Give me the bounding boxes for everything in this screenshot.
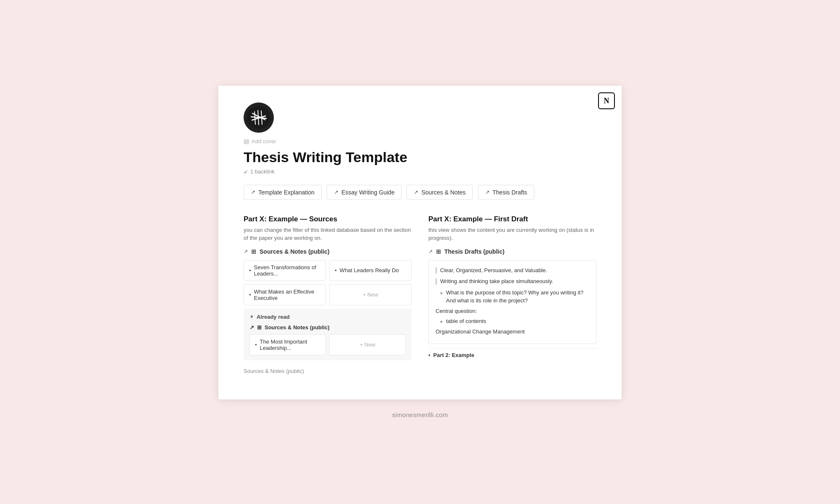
- draft-tree-text-1: table of contents: [446, 317, 486, 326]
- db-table-icon: ⊞: [251, 248, 256, 255]
- drafts-table-icon: ⊞: [436, 248, 441, 255]
- add-cover-label: Add cover: [252, 138, 276, 144]
- draft-tree-arrow-0: ▸: [441, 289, 443, 297]
- draft-box: Clear, Organized, Persuasive, and Valuab…: [428, 260, 596, 344]
- already-read-cards: ▪ The Most Important Leadership... + New: [249, 334, 406, 355]
- nav-link-label-1: Essay Writing Guide: [341, 189, 395, 196]
- doc-icon-0: ▪: [249, 267, 251, 273]
- part2-label: Part 2: Example: [433, 352, 475, 358]
- right-section-desc: this view shows the content you are curr…: [428, 226, 596, 242]
- part2-db-header[interactable]: ▪ Part 2: Example: [428, 348, 596, 358]
- nav-link-label-3: Thesis Drafts: [493, 189, 527, 196]
- already-read-header[interactable]: ▼ Already read: [249, 314, 406, 320]
- backlink-count: 1 backlink: [250, 168, 275, 175]
- drafts-arrow-icon: ↗: [428, 249, 433, 255]
- draft-tree-arrow-1: ▸: [441, 318, 443, 325]
- drafts-db-header[interactable]: ↗ ⊞ Thesis Drafts (public): [428, 248, 596, 255]
- source-card-label-2: What Makes an Effective Executive: [254, 289, 320, 301]
- right-section-title: Part X: Example — First Draft: [428, 215, 596, 223]
- draft-bar-0: [436, 267, 437, 274]
- already-read-table-icon: ⊞: [257, 324, 262, 331]
- nav-link-label-2: Sources & Notes: [421, 189, 465, 196]
- draft-line-0: Clear, Organized, Persuasive, and Valuab…: [436, 266, 589, 275]
- already-read-new-label: + New: [360, 341, 375, 348]
- left-section: Part X: Example — Sources you can change…: [244, 215, 412, 374]
- already-read-section: ▼ Already read ↗ ⊞ Sources & Notes (publ…: [244, 309, 412, 360]
- already-read-toggle-icon: ▼: [249, 314, 254, 319]
- already-read-new-button[interactable]: + New: [329, 334, 406, 355]
- nav-link-essay-writing-guide[interactable]: ↗ Essay Writing Guide: [327, 185, 402, 200]
- draft-tree-text-0: What is the purpose of this topic? Why a…: [446, 289, 589, 305]
- draft-text-0: Clear, Organized, Persuasive, and Valuab…: [440, 266, 547, 275]
- backlink[interactable]: ↙ 1 backlink: [244, 168, 596, 175]
- draft-line-1: Writing and thinking take place simultan…: [436, 277, 589, 286]
- sources-new-label: + New: [362, 291, 378, 298]
- link-icon-3: ↗: [485, 189, 490, 195]
- backlink-arrow-icon: ↙: [244, 168, 248, 175]
- nav-links: ↗ Template Explanation ↗ Essay Writing G…: [244, 185, 596, 200]
- source-card-label-1: What Leaders Really Do: [340, 267, 399, 273]
- page-icon: [244, 102, 274, 133]
- sources-db-name: Sources & Notes (public): [260, 248, 329, 255]
- page-title: Thesis Writing Template: [244, 149, 596, 166]
- right-section: Part X: Example — First Draft this view …: [428, 215, 596, 374]
- draft-plain-1: Organizational Change Management: [436, 328, 589, 336]
- already-read-arrow-icon: ↗: [249, 324, 254, 331]
- nav-link-sources-notes[interactable]: ↗ Sources & Notes: [407, 185, 472, 200]
- link-icon-0: ↗: [251, 189, 255, 195]
- draft-plain-0: Central question:: [436, 307, 589, 315]
- already-read-db-name: Sources & Notes (public): [265, 324, 330, 331]
- already-read-db-header[interactable]: ↗ ⊞ Sources & Notes (public): [249, 324, 406, 331]
- nav-link-label-0: Template Explanation: [258, 189, 315, 196]
- left-section-desc: you can change the filter of this linked…: [244, 226, 412, 242]
- website-credit: simonesmerilli.com: [392, 411, 448, 418]
- sources-cards-grid-2: ▪ What Makes an Effective Executive + Ne…: [244, 284, 412, 305]
- link-icon-2: ↗: [414, 189, 418, 195]
- link-icon-1: ↗: [334, 189, 339, 195]
- doc-icon-2: ▪: [249, 291, 251, 298]
- sources-footer: Sources & Notes (public): [244, 365, 412, 374]
- already-read-label: Already read: [257, 314, 290, 320]
- part2-icon: ▪: [428, 352, 430, 358]
- source-card-0[interactable]: ▪ Seven Transformations of Leaders...: [244, 260, 326, 281]
- source-card-1[interactable]: ▪ What Leaders Really Do: [329, 260, 412, 281]
- already-read-card-0[interactable]: ▪ The Most Important Leadership...: [249, 334, 326, 355]
- page-container: N ▤ Add cover Thesis Writing Template ↙ …: [218, 86, 622, 399]
- draft-tree-0: ▸ What is the purpose of this topic? Why…: [436, 289, 589, 305]
- sources-db-header[interactable]: ↗ ⊞ Sources & Notes (public): [244, 248, 412, 255]
- already-read-card-label-0: The Most Important Leadership...: [260, 339, 320, 351]
- drafts-db-name: Thesis Drafts (public): [444, 248, 504, 255]
- sources-cards-grid: ▪ Seven Transformations of Leaders... ▪ …: [244, 260, 412, 281]
- doc-icon-1: ▪: [335, 267, 337, 273]
- draft-tree-1: ▸ table of contents: [436, 317, 589, 326]
- left-section-title: Part X: Example — Sources: [244, 215, 412, 223]
- already-read-doc-icon: ▪: [255, 341, 257, 348]
- draft-bar-1: [436, 278, 437, 285]
- source-card-2[interactable]: ▪ What Makes an Effective Executive: [244, 284, 326, 305]
- draft-text-1: Writing and thinking take place simultan…: [440, 277, 553, 286]
- source-card-label-0: Seven Transformations of Leaders...: [254, 264, 320, 277]
- nav-link-template-explanation[interactable]: ↗ Template Explanation: [244, 185, 322, 200]
- add-cover-button[interactable]: ▤ Add cover: [244, 138, 596, 144]
- nav-link-thesis-drafts[interactable]: ↗ Thesis Drafts: [478, 185, 534, 200]
- cover-icon: ▤: [244, 138, 249, 144]
- sources-new-button[interactable]: + New: [329, 284, 412, 305]
- notion-logo: N: [598, 92, 615, 109]
- db-arrow-icon: ↗: [244, 249, 248, 255]
- two-col-layout: Part X: Example — Sources you can change…: [244, 215, 596, 374]
